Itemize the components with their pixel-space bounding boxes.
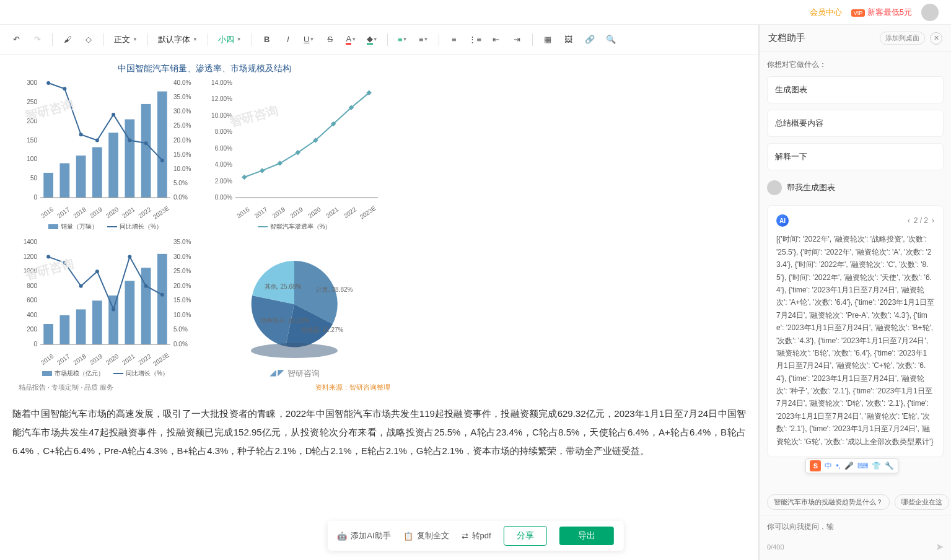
assistant-input[interactable] bbox=[767, 522, 944, 531]
svg-text:功率电子,
24.23%: 功率电子, 24.23% bbox=[260, 317, 310, 324]
promo-text: 新客最低5元 bbox=[867, 7, 912, 17]
assistant-prompt: 你想对它做什么： bbox=[767, 59, 944, 70]
svg-text:250: 250 bbox=[27, 98, 37, 105]
ime-voice-icon[interactable]: 🎤 bbox=[844, 462, 854, 470]
search-button[interactable]: 🔍 bbox=[602, 31, 620, 48]
italic-button[interactable]: I bbox=[279, 31, 297, 48]
send-button[interactable]: ➤ bbox=[936, 541, 944, 553]
image-button[interactable]: 🖼 bbox=[560, 31, 577, 48]
vip-promo[interactable]: VIP 新客最低5元 bbox=[851, 7, 912, 18]
paragraph-text[interactable]: 随着中国智能汽车市场的高速发展，吸引了一大批投资者的青睐，2022年中国智能汽车… bbox=[12, 405, 746, 460]
ime-skin-icon[interactable]: 👕 bbox=[872, 462, 881, 470]
close-assistant-button[interactable]: ✕ bbox=[930, 32, 942, 45]
svg-rect-82 bbox=[43, 324, 53, 344]
chip-companies[interactable]: 哪些企业在这 bbox=[895, 494, 949, 510]
svg-text:1400: 1400 bbox=[24, 238, 38, 245]
svg-text:2022: 2022 bbox=[137, 352, 152, 366]
align-button[interactable]: ≡▼ bbox=[394, 31, 411, 48]
svg-text:1000: 1000 bbox=[24, 268, 38, 274]
svg-text:30.0%: 30.0% bbox=[173, 253, 191, 260]
top-header: 会员中心 VIP 新客最低5元 bbox=[0, 0, 951, 25]
svg-rect-24 bbox=[108, 133, 118, 198]
strike-button[interactable]: S bbox=[322, 31, 339, 48]
ai-response: AI ‹ 2 / 2 › [{'时间': '2022年', '融资轮次': '战… bbox=[767, 205, 944, 457]
outdent-button[interactable]: ⇤ bbox=[488, 31, 505, 48]
text-color-button[interactable]: A▼ bbox=[343, 31, 360, 48]
svg-text:2018: 2018 bbox=[72, 206, 87, 219]
user-message: 帮我生成图表 bbox=[767, 180, 944, 195]
vip-badge: VIP bbox=[851, 9, 866, 17]
member-center-link[interactable]: 会员中心 bbox=[810, 7, 842, 18]
indent-button[interactable]: ⇥ bbox=[509, 31, 526, 48]
suggestion-explain[interactable]: 解释一下 bbox=[767, 143, 944, 170]
document-content[interactable]: 中国智能汽车销量、渗透率、市场规模及结构 智研咨询 05010015020025… bbox=[0, 55, 758, 560]
chip-trend[interactable]: 智能汽车市场的投融资趋势是什么？ bbox=[767, 494, 890, 510]
table-button[interactable]: ▦ bbox=[539, 31, 556, 48]
copy-all-button[interactable]: 📋复制全文 bbox=[403, 530, 449, 541]
ime-lang[interactable]: 中 bbox=[825, 461, 832, 471]
ordered-list-button[interactable]: ≡ bbox=[445, 31, 463, 48]
svg-rect-30 bbox=[157, 92, 167, 198]
svg-text:8.00%: 8.00% bbox=[215, 128, 232, 135]
user-avatar[interactable] bbox=[921, 4, 939, 21]
response-pager[interactable]: ‹ 2 / 2 › bbox=[908, 214, 934, 227]
bold-button[interactable]: B bbox=[258, 31, 276, 48]
add-to-desktop-button[interactable]: 添加到桌面 bbox=[880, 32, 925, 45]
svg-text:0: 0 bbox=[33, 194, 37, 201]
unordered-list-button[interactable]: ⋮≡ bbox=[467, 31, 484, 48]
svg-rect-22 bbox=[92, 147, 102, 198]
svg-rect-88 bbox=[92, 300, 102, 344]
svg-text:2017: 2017 bbox=[56, 206, 71, 219]
export-button[interactable]: 导出 bbox=[559, 527, 614, 545]
add-ai-assistant-button[interactable]: 🤖添加AI助手 bbox=[337, 530, 390, 541]
svg-text:2021: 2021 bbox=[325, 206, 340, 219]
redo-button[interactable]: ↷ bbox=[28, 31, 46, 48]
pager-prev-icon[interactable]: ‹ bbox=[908, 214, 910, 227]
svg-rect-92 bbox=[125, 281, 135, 344]
svg-text:5.0%: 5.0% bbox=[173, 180, 188, 186]
format-paint-button[interactable]: 🖌 bbox=[59, 31, 76, 48]
svg-rect-96 bbox=[157, 254, 167, 344]
highlight-button[interactable]: ◆▼ bbox=[364, 31, 381, 48]
svg-rect-20 bbox=[76, 155, 86, 198]
link-button[interactable]: 🔗 bbox=[581, 31, 598, 48]
to-pdf-button[interactable]: ⇄转pdf bbox=[462, 530, 491, 541]
svg-text:2018: 2018 bbox=[72, 352, 87, 366]
ime-keyboard-icon[interactable]: ⌨ bbox=[857, 462, 868, 470]
svg-text:1200: 1200 bbox=[24, 253, 38, 260]
chart-sales: 智研咨询 0501001502002503000.0%5.0%10.0%15.0… bbox=[12, 77, 198, 231]
svg-text:2016: 2016 bbox=[40, 206, 55, 219]
font-dropdown[interactable]: 默认字体▼ bbox=[154, 34, 201, 45]
svg-text:600: 600 bbox=[27, 297, 37, 304]
font-size-dropdown[interactable]: 小四▼ bbox=[214, 34, 245, 45]
chart-main-title: 中国智能汽车销量、渗透率、市场规模及结构 bbox=[12, 61, 397, 77]
svg-rect-16 bbox=[43, 173, 53, 198]
ime-tools-icon[interactable]: 🔧 bbox=[885, 462, 894, 470]
ime-punct-icon[interactable]: •, bbox=[836, 462, 841, 470]
svg-text:35.0%: 35.0% bbox=[173, 94, 191, 100]
svg-text:15.0%: 15.0% bbox=[173, 297, 191, 304]
ai-response-text: [{'时间': '2022年', '融资轮次': '战略投资', '次数': '… bbox=[776, 233, 934, 448]
svg-text:400: 400 bbox=[27, 312, 37, 318]
svg-text:10.00%: 10.00% bbox=[211, 112, 232, 119]
svg-text:0.00%: 0.00% bbox=[215, 194, 232, 201]
ime-toolbar[interactable]: S 中 •, 🎤 ⌨ 👕 🔧 bbox=[805, 458, 898, 473]
suggestion-generate-chart[interactable]: 生成图表 bbox=[767, 76, 944, 103]
undo-button[interactable]: ↶ bbox=[7, 31, 25, 48]
svg-text:2022: 2022 bbox=[343, 206, 358, 219]
share-button[interactable]: 分享 bbox=[504, 526, 547, 546]
underline-button[interactable]: U▼ bbox=[300, 31, 318, 48]
svg-rect-86 bbox=[76, 309, 86, 344]
svg-text:2016: 2016 bbox=[235, 206, 251, 219]
report-tagline: 精品报告 · 专项定制 · 品质 服务 bbox=[19, 383, 113, 392]
svg-rect-26 bbox=[125, 120, 135, 198]
line-spacing-button[interactable]: ≡▼ bbox=[415, 31, 432, 48]
suggestion-chips: 智能汽车市场的投融资趋势是什么？ 哪些企业在这 bbox=[760, 489, 951, 515]
clear-format-button[interactable]: ◇ bbox=[80, 31, 97, 48]
pager-next-icon[interactable]: › bbox=[932, 214, 934, 227]
paragraph-style-dropdown[interactable]: 正文▼ bbox=[110, 34, 141, 45]
svg-text:20.0%: 20.0% bbox=[173, 137, 191, 144]
suggestion-summarize[interactable]: 总结概要内容 bbox=[767, 110, 944, 137]
svg-text:2.00%: 2.00% bbox=[215, 178, 232, 185]
svg-text:12.00%: 12.00% bbox=[211, 95, 232, 102]
